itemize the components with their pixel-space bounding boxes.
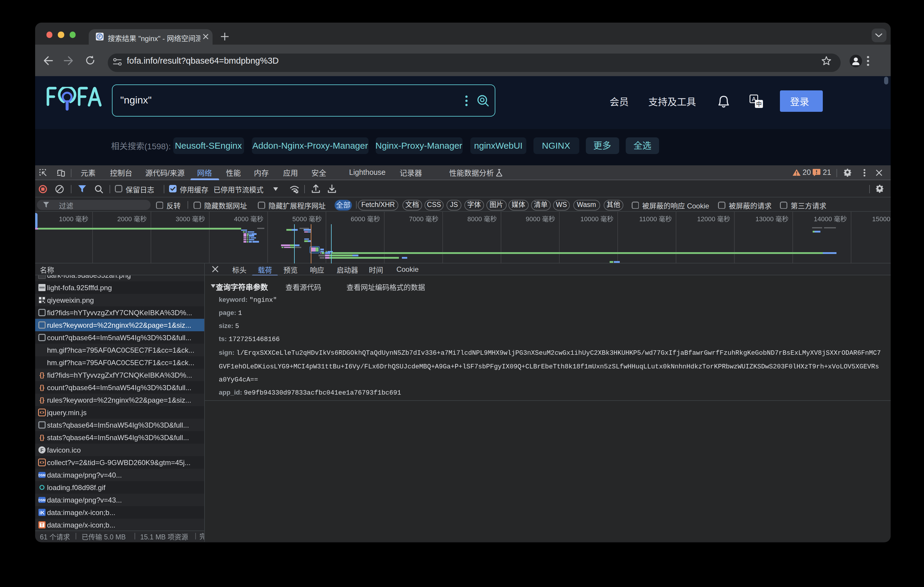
svg-text:iK: iK: [40, 510, 45, 516]
svg-text:{}: {}: [39, 371, 45, 378]
svg-text:中: 中: [756, 99, 762, 107]
svg-text:T: T: [41, 523, 43, 528]
svg-text:DSM: DSM: [38, 474, 46, 477]
svg-text:F: F: [41, 447, 43, 453]
svg-text:{}: {}: [39, 434, 45, 441]
svg-text:F: F: [98, 34, 101, 39]
svg-text:DSM: DSM: [38, 498, 46, 502]
svg-text:{}: {}: [39, 384, 45, 391]
svg-text:{}: {}: [39, 396, 45, 403]
